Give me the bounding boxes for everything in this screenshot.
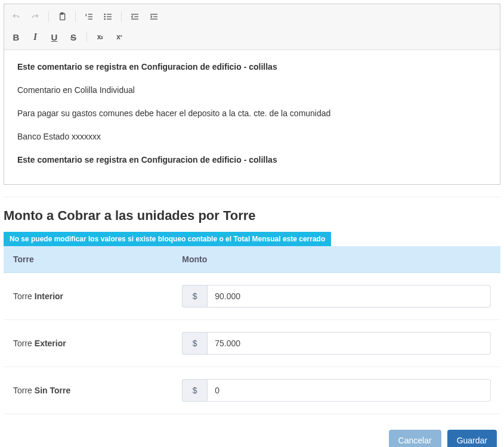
table-row: Torre Sin Torre $ <box>4 367 500 414</box>
bold-icon[interactable]: B <box>8 29 24 45</box>
currency-icon: $ <box>182 379 207 402</box>
editor-line: Banco Estado xxxxxxx <box>17 131 487 143</box>
save-button[interactable]: Guardar <box>447 430 497 447</box>
editor-line: Comentario en Colilla Individual <box>17 84 487 97</box>
currency-icon: $ <box>182 285 207 308</box>
toolbar-separator <box>86 32 87 42</box>
editor-line: Para pagar su gastos comunes debe hacer … <box>17 107 487 120</box>
editor-content-area[interactable]: Este comentario se registra en Configura… <box>4 50 500 184</box>
toolbar-separator <box>48 11 49 22</box>
row-label: Torre Sin Torre <box>13 386 70 395</box>
table-row: Torre Interior $ <box>4 273 500 320</box>
editor-toolbar: B I U S x₂ x² <box>4 4 500 50</box>
redo-icon[interactable] <box>27 9 44 24</box>
cancel-button[interactable]: Cancelar <box>389 430 441 447</box>
svg-point-10 <box>104 18 105 19</box>
strikethrough-icon[interactable]: S <box>65 29 82 45</box>
section-divider <box>4 197 500 197</box>
toolbar-separator <box>75 11 76 22</box>
row-label: Torre Interior <box>13 291 63 301</box>
outdent-icon[interactable] <box>126 9 143 24</box>
underline-icon[interactable]: U <box>46 29 63 45</box>
torre-monto-table: Torre Monto Torre Interior $ Torre Exter… <box>4 246 500 414</box>
svg-point-8 <box>104 14 105 14</box>
info-alert: No se puede modificar los valores si exi… <box>4 232 331 246</box>
form-actions: Cancelar Guardar <box>4 430 500 447</box>
paste-icon[interactable] <box>54 9 70 24</box>
monto-input[interactable] <box>207 379 491 402</box>
indent-icon[interactable] <box>146 9 162 24</box>
table-header-torre: Torre <box>4 246 172 273</box>
section-title: Monto a Cobrar a las unidades por Torre <box>4 208 500 224</box>
monto-input-group: $ <box>182 285 491 308</box>
rich-text-editor: B I U S x₂ x² Este comentario se registr… <box>4 4 500 185</box>
undo-icon[interactable] <box>8 9 24 24</box>
monto-input-group: $ <box>182 332 491 355</box>
unordered-list-icon[interactable] <box>100 9 116 24</box>
subscript-icon[interactable]: x₂ <box>92 29 109 45</box>
monto-input-group: $ <box>182 379 491 402</box>
monto-input[interactable] <box>207 332 491 355</box>
table-header-monto: Monto <box>172 246 500 273</box>
monto-input[interactable] <box>207 285 491 308</box>
toolbar-separator <box>121 11 122 22</box>
row-label: Torre Exterior <box>13 339 66 348</box>
svg-point-9 <box>104 16 105 17</box>
superscript-icon[interactable]: x² <box>111 29 128 45</box>
table-row: Torre Exterior $ <box>4 320 500 367</box>
ordered-list-icon[interactable] <box>81 9 97 24</box>
editor-line: Este comentario se registra en Configura… <box>17 61 487 73</box>
italic-icon[interactable]: I <box>27 29 44 45</box>
editor-line: Este comentario se registra en Configura… <box>17 154 487 166</box>
currency-icon: $ <box>182 332 207 355</box>
